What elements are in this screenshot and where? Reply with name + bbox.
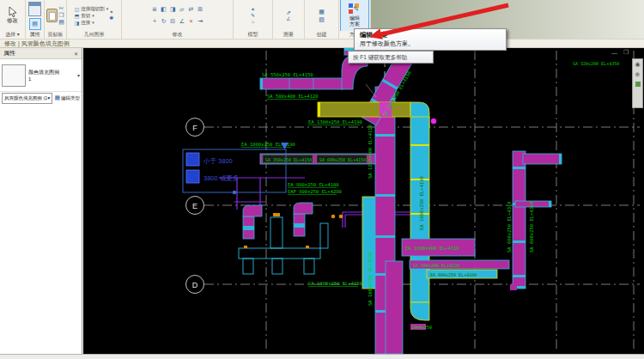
demolish-icon[interactable]: ✱ <box>109 15 113 21</box>
tooltip: 编辑 方案 用于修改颜色方案。 <box>354 28 507 51</box>
properties-palette: 属性 ✕ 颜色填充图例 1 ▾ 风管颜色填充图例 (1 ▾ ▦ 编辑类型 <box>0 48 82 354</box>
extend-icon[interactable]: ⇥ <box>197 18 203 25</box>
duct-label: EA 1300x250 EL+4190 <box>308 119 362 125</box>
grid-bubble-d-label: D <box>192 281 198 289</box>
panel-label-properties[interactable]: 属性 <box>26 31 44 39</box>
paste-button[interactable] <box>46 9 58 22</box>
angle-dimension-icon[interactable]: ∠ <box>286 16 290 22</box>
paint-icon[interactable]: ✦ <box>109 9 113 15</box>
array-icon[interactable]: ⊞ <box>197 6 203 13</box>
steering-wheel-icon[interactable]: ◉ <box>635 61 640 68</box>
model-line-icon[interactable]: ✎ <box>251 13 255 19</box>
cope-icon: ◫ <box>75 6 80 12</box>
create-similar-icon[interactable]: ▧ <box>319 16 325 23</box>
modify-button-label: 修改 <box>7 17 18 25</box>
type-name: 1 <box>28 76 75 82</box>
create-group-icon[interactable]: ▦ <box>319 9 325 15</box>
tooltip-description: 用于修改颜色方案。 <box>360 40 501 47</box>
join-geometry-button[interactable]: ◨ 连接▾ <box>75 20 109 26</box>
edit-scheme-button[interactable]: ✎ 编辑 方案 <box>340 0 369 31</box>
cope-button[interactable]: ◫ 连接端切割▾ <box>75 6 109 12</box>
panel-label-measure[interactable]: 测量 <box>273 31 304 39</box>
cursor-icon <box>8 6 18 17</box>
panel-label-create[interactable]: 创建 <box>305 31 338 39</box>
grid-bubble-f-label: F <box>192 124 197 132</box>
duct-label: SA 550x250 EL+4150 <box>262 72 313 77</box>
model-group-icon[interactable]: ⌂ <box>252 19 255 25</box>
duct-annotations: SA 550x250 EL+4150 SA 500x400 EL+4120 EA… <box>241 61 619 330</box>
panel-select: 修改 选择 ▾ <box>0 0 26 39</box>
view-minimize-icon[interactable]: — <box>611 50 617 56</box>
chevron-down-icon[interactable]: ▾ <box>77 72 80 78</box>
match-type-icon[interactable]: ▤ <box>58 19 64 26</box>
edit-type-icon: ▦ <box>54 94 60 101</box>
chevron-down-icon: ▾ <box>106 6 109 11</box>
panel-properties: ▤ 属性 <box>26 0 45 39</box>
duct-label: SA 320x200 EL+4350 <box>573 61 619 66</box>
duct-label: SA 600x250 EL+4310 <box>507 201 512 253</box>
align-icon[interactable]: ≣ <box>152 6 157 13</box>
panel-modify: ≣ ◧ ◨ ▱ ⇄ ⊞ + ↻ ⊟ ∠ × ⇥ 修改 <box>122 0 234 39</box>
drawing-area[interactable]: F E D <box>83 48 644 354</box>
chevron-down-icon: ▾ <box>92 13 94 18</box>
duct-label: 1000x250 <box>411 325 432 330</box>
navigation-bar[interactable]: ◉ ⊕ <box>632 58 643 108</box>
panel-label-modify[interactable]: 修改 <box>122 31 233 39</box>
duct-label: EAP 800x250 EL+4200 <box>288 189 342 194</box>
mirror-axis-icon[interactable]: ◨ <box>170 6 176 13</box>
grid-bubble-e-label: E <box>192 202 197 210</box>
duct-label: EA 1000x250 EL+4190 <box>419 176 424 230</box>
panel-measure: ⇗ ∠ 测量 <box>273 0 305 39</box>
filter-combo[interactable]: 风管颜色填充图例 (1 ▾ <box>2 93 52 104</box>
navbar-badge <box>635 82 641 87</box>
cut-geometry-button[interactable]: ⬒ 剪切▾ <box>75 13 109 19</box>
chevron-down-icon: ▾ <box>48 94 51 103</box>
edit-scheme-icon: ✎ <box>349 3 361 15</box>
move-icon[interactable]: + <box>153 18 156 25</box>
type-selector[interactable]: 颜色填充图例 1 ▾ <box>0 59 82 92</box>
duct-label: SA 600x250 EL+4310 <box>529 201 534 253</box>
view-restore-icon[interactable]: ❐ <box>623 49 629 55</box>
properties-title: 属性 <box>3 49 15 58</box>
context-bar: 修改 | 风管颜色填充图例 <box>0 39 644 48</box>
active-type-button[interactable]: ▤ <box>29 18 41 30</box>
pin-icon[interactable]: ∠ <box>179 18 185 25</box>
zoom-icon[interactable]: ⊕ <box>635 71 641 78</box>
duct-label: EA 800x250 EL+4100 <box>288 182 339 187</box>
pencil-icon: ✎ <box>354 6 360 12</box>
cut-icon[interactable]: ✂ <box>58 5 64 12</box>
legend-swatch-2 <box>186 170 199 183</box>
trim-icon[interactable]: ⊟ <box>170 18 175 25</box>
panel-label-model[interactable]: 模型 <box>234 31 272 39</box>
rotate-icon[interactable]: ↻ <box>161 18 167 25</box>
legend-entry-label: 3800 或更多 <box>204 174 239 182</box>
duct-label: SA 1250x400 EL+4110 <box>368 125 373 179</box>
ribbon: 修改 选择 ▾ ▤ 属性 ✂ ❐ ▤ 剪贴板 <box>0 0 644 39</box>
split-icon[interactable]: ⇄ <box>189 6 194 13</box>
duct-label: SA 600x250 EL+4150 <box>319 157 366 162</box>
duct-label: EA 1000x400 EL+4110 <box>405 246 459 251</box>
tooltip-help: 按 F1 键获取更多帮助 <box>348 51 434 64</box>
properties-palette-button[interactable] <box>28 2 41 16</box>
panel-label-select[interactable]: 选择 ▾ <box>0 31 25 39</box>
color-fill-legend[interactable]: 小于 3800 3800 或更多 <box>183 143 289 194</box>
duct-label: EA 800x250 EL+4100 <box>430 272 477 277</box>
revit-window: 修改 选择 ▾ ▤ 属性 ✂ ❐ ▤ 剪贴板 <box>0 0 644 359</box>
lightbulb-icon[interactable]: ✶ <box>251 7 255 13</box>
move-grip[interactable] <box>233 191 236 194</box>
panel-label-clipboard[interactable]: 剪贴板 <box>45 31 66 39</box>
duct-label: SA 1000x250 EL+4150 <box>308 281 362 286</box>
copy-icon[interactable]: ❐ <box>58 12 64 19</box>
duct-label: SA 1000x250 EL+4150 <box>368 252 373 306</box>
grid-bubbles[interactable]: F E D <box>186 119 204 294</box>
close-icon[interactable]: ✕ <box>74 51 78 57</box>
family-name: 颜色填充图例 <box>28 69 75 76</box>
offset-icon[interactable]: ◧ <box>161 6 167 13</box>
modify-button[interactable]: 修改 <box>7 6 18 25</box>
measure-icon[interactable]: ⇗ <box>286 9 291 16</box>
panel-label-geometry[interactable]: 几何图形 <box>67 31 121 39</box>
delete-icon[interactable]: × <box>189 18 192 25</box>
edit-type-button[interactable]: ▦ 编辑类型 <box>54 94 80 101</box>
legend-swatch-1 <box>186 153 199 166</box>
mirror-pick-icon[interactable]: ▱ <box>179 6 184 13</box>
